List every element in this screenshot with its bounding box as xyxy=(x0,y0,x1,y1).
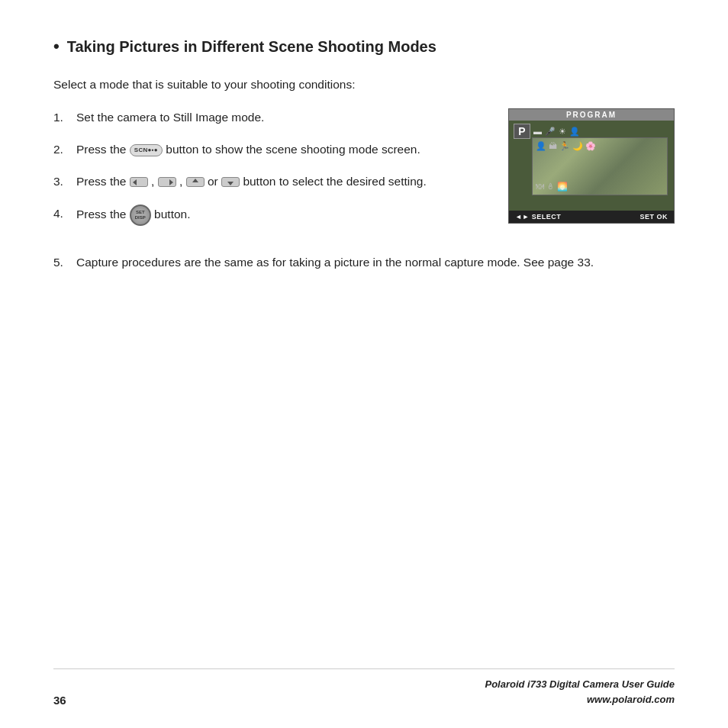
step-5: 5. Capture procedures are the same as fo… xyxy=(53,253,675,272)
step-2-text-before: Press the xyxy=(76,143,130,156)
lcd-sun-icon: ☀ xyxy=(559,127,566,137)
title-text: Taking Pictures in Different Scene Shoot… xyxy=(67,38,436,56)
step-2-text-after: button to show the scene shooting mode s… xyxy=(166,143,420,156)
lcd-top-icons: ▬ 🎤 ☀ 👤 xyxy=(533,127,580,137)
step-1-num: 1. xyxy=(53,108,76,127)
lcd-p-icon: P xyxy=(514,124,530,139)
section-title: • Taking Pictures in Different Scene Sho… xyxy=(53,37,675,56)
step-1: 1. Set the camera to Still Image mode. xyxy=(53,108,485,127)
scn-button-icon: SCN●▪● xyxy=(130,144,163,156)
page-footer: 36 Polaroid i733 Digital Camera User Gui… xyxy=(53,668,675,707)
step-2-num: 2. xyxy=(53,140,76,159)
step-1-content: Set the camera to Still Image mode. xyxy=(76,108,485,127)
step-3-text-before: Press the xyxy=(76,175,130,188)
step-4-text-before: Press the xyxy=(76,208,130,221)
lcd-icon-landscape: 🏔 xyxy=(549,141,557,151)
footer-select-label: ◄► SELECT xyxy=(515,213,561,221)
lcd-icon-flower: 🌸 xyxy=(585,141,596,151)
steps-list: 1. Set the camera to Still Image mode. 2… xyxy=(53,108,485,240)
step-2-content: Press the SCN●▪● button to show the scen… xyxy=(76,140,485,159)
bullet-point: • xyxy=(53,37,60,56)
lcd-icon-food: 🍽 xyxy=(536,182,544,192)
nav-left-icon xyxy=(130,177,148,187)
nav-up-icon xyxy=(186,177,205,187)
step-4-text-after: button. xyxy=(154,208,190,221)
page-content: • Taking Pictures in Different Scene Sho… xyxy=(0,0,728,316)
lcd-icon-candle: 🕯 xyxy=(546,182,555,192)
lcd-icon-sport: 🏃 xyxy=(559,141,570,151)
footer-ok-label: SET OK xyxy=(639,213,668,221)
step-3-comma2: , xyxy=(179,175,186,188)
step-5-text: Capture procedures are the same as for t… xyxy=(76,256,594,269)
step-3-num: 3. xyxy=(53,172,76,191)
step-5-num: 5. xyxy=(53,253,76,272)
lcd-person-icon: 👤 xyxy=(569,127,580,137)
lcd-icon-sunset: 🌅 xyxy=(557,182,568,192)
step-1-text: Set the camera to Still Image mode. xyxy=(76,111,264,124)
step-4-content: Press the SETDISP button. xyxy=(76,205,485,226)
brand-line2: www.polaroid.com xyxy=(485,692,675,707)
camera-screen: PROGRAM P ▬ 🎤 ☀ 👤 👤 xyxy=(508,108,675,224)
camera-footer: ◄► SELECT SET OK xyxy=(509,211,674,223)
lcd-icon-night: 🌙 xyxy=(572,141,583,151)
step-5-content: Capture procedures are the same as for t… xyxy=(76,253,675,272)
step-3-content: Press the , , or button to select the de… xyxy=(76,172,485,191)
step-3-comma1: , xyxy=(151,175,158,188)
camera-header-label: PROGRAM xyxy=(509,109,674,121)
nav-down-icon xyxy=(221,177,240,187)
lcd-photo-area: 👤 🏔 🏃 🌙 🌸 🍽 🕯 🌅 xyxy=(532,137,668,195)
brand-line1: Polaroid i733 Digital Camera User Guide xyxy=(485,677,675,692)
nav-right-icon xyxy=(158,177,176,187)
lcd-scene-overlay2: 🍽 🕯 🌅 xyxy=(536,182,670,192)
lcd-scene-overlay: 👤 🏔 🏃 🌙 🌸 xyxy=(536,141,670,151)
set-disp-button-icon: SETDISP xyxy=(130,205,151,226)
page-number: 36 xyxy=(53,694,66,707)
lcd-icon-portrait: 👤 xyxy=(536,141,546,151)
step-3: 3. Press the , , or button to select the… xyxy=(53,172,485,191)
lcd-mic-icon: 🎤 xyxy=(545,127,556,137)
step-4-num: 4. xyxy=(53,205,76,226)
camera-display: P ▬ 🎤 ☀ 👤 👤 🏔 🏃 🌙 xyxy=(509,121,674,211)
lcd-battery-icon: ▬ xyxy=(533,127,542,136)
step-4: 4. Press the SETDISP button. xyxy=(53,205,485,226)
step-3-or: or xyxy=(208,175,221,188)
intro-text: Select a mode that is suitable to your s… xyxy=(53,78,675,92)
footer-brand: Polaroid i733 Digital Camera User Guide … xyxy=(485,677,675,707)
step-2: 2. Press the SCN●▪● button to show the s… xyxy=(53,140,485,159)
steps-area: 1. Set the camera to Still Image mode. 2… xyxy=(53,108,675,240)
step-3-text-after: button to select the desired setting. xyxy=(243,175,426,188)
